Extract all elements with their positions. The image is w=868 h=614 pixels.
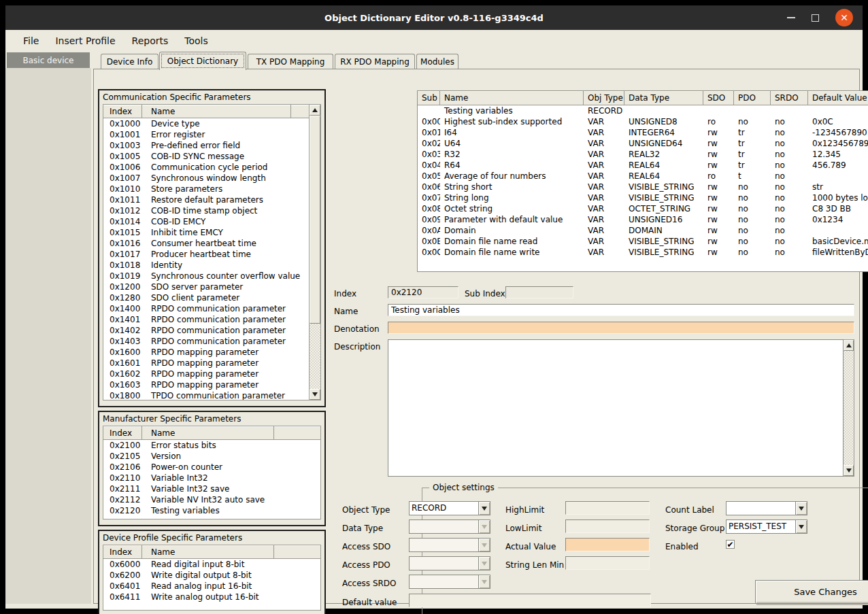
tab-object-dictionary[interactable]: Object Dictionary: [159, 52, 246, 70]
table-row[interactable]: 0x07 String long VAR VISIBLE_STRING rw n…: [418, 192, 868, 203]
list-item[interactable]: 0x6000Read digital input 8-bit: [103, 559, 320, 570]
description-scrollbar[interactable]: [844, 339, 854, 477]
table-row[interactable]: 0x00 Highest sub-index supported VAR UNS…: [418, 116, 868, 127]
table-row[interactable]: 0x06 String short VAR VISIBLE_STRING rw …: [418, 182, 868, 192]
actual-value-field[interactable]: [565, 538, 650, 551]
table-row[interactable]: 0x0A Domain VAR DOMAIN rw no no: [418, 225, 868, 236]
list-item[interactable]: 0x2100Error status bits: [103, 440, 320, 451]
list-item[interactable]: 0x2120Testing variables: [103, 505, 320, 516]
list-item[interactable]: 0x1403RPDO communication parameter: [103, 336, 309, 347]
list-item[interactable]: 0x2111Variable Int32 save: [103, 483, 320, 494]
tab-rx-pdo-mapping[interactable]: RX PDO Mapping: [335, 54, 415, 69]
column-header-name[interactable]: Name: [142, 426, 274, 439]
table-row[interactable]: Testing variables RECORD: [418, 105, 868, 116]
list-item[interactable]: 0x1012COB-ID time stamp object: [103, 205, 309, 216]
list-item[interactable]: 0x1017Producer heartbeat time: [103, 249, 309, 260]
chevron-down-icon[interactable]: [795, 502, 807, 515]
table-row[interactable]: 0x04 R64 VAR REAL64 rw tr no 456.789: [418, 160, 868, 171]
minimize-icon[interactable]: [787, 17, 795, 18]
column-header-index[interactable]: Index: [103, 105, 142, 118]
object-type-combobox[interactable]: RECORD: [409, 501, 490, 515]
column-header-data-type[interactable]: Data Type: [624, 91, 703, 105]
sidebar-item-basic-device[interactable]: Basic device: [7, 52, 90, 68]
chevron-down-icon[interactable]: [795, 520, 807, 533]
list-item[interactable]: 0x1007Synchronous window length: [103, 173, 309, 184]
list-item[interactable]: 0x2110Variable Int32: [103, 473, 320, 483]
column-header-index[interactable]: Index: [103, 426, 142, 439]
name-field[interactable]: Testing variables: [388, 304, 854, 316]
scroll-up-icon[interactable]: [310, 105, 320, 116]
column-header-name[interactable]: Name: [142, 105, 291, 118]
list-item[interactable]: 0x1005COB-ID SYNC message: [103, 151, 309, 162]
list-item[interactable]: 0x2112Variable NV Int32 auto save: [103, 494, 320, 505]
table-row[interactable]: 0x0B Domain file name read VAR VISIBLE_S…: [418, 236, 868, 247]
column-header-obj-type[interactable]: Obj Type: [584, 91, 624, 105]
list-item[interactable]: 0x1001Error register: [103, 129, 309, 140]
list-item[interactable]: 0x1003Pre-defined error field: [103, 140, 309, 151]
list-item[interactable]: 0x1600RPDO mapping parameter: [103, 347, 309, 358]
scroll-down-icon[interactable]: [310, 389, 320, 400]
column-header-name[interactable]: Name: [440, 91, 584, 105]
list-item[interactable]: 0x1016Consumer heartbeat time: [103, 238, 309, 249]
list-item[interactable]: 0x1400RPDO communication parameter: [103, 303, 309, 314]
table-row[interactable]: 0x02 U64 VAR UNSIGNED64 rw tr no 0x12345…: [418, 138, 868, 149]
list-item[interactable]: 0x1006Communication cycle period: [103, 162, 309, 173]
list-item[interactable]: 0x1602RPDO mapping parameter: [103, 369, 309, 379]
list-item[interactable]: 0x1401RPDO communication parameter: [103, 314, 309, 325]
enabled-checkbox[interactable]: ✔: [726, 540, 735, 549]
tab-modules[interactable]: Modules: [416, 54, 458, 69]
list-item[interactable]: 0x1018Identity: [103, 260, 309, 271]
description-field[interactable]: [388, 339, 844, 477]
count-label-combobox[interactable]: [726, 501, 807, 515]
column-header-sdo[interactable]: SDO: [703, 91, 734, 105]
communication-scrollbar[interactable]: [309, 105, 320, 400]
sub-index-field[interactable]: [505, 286, 573, 299]
close-icon[interactable]: ✕: [835, 9, 853, 27]
list-item[interactable]: 0x1601RPDO mapping parameter: [103, 358, 309, 369]
table-row[interactable]: 0x03 R32 VAR REAL32 rw tr no 12.345: [418, 149, 868, 160]
list-item[interactable]: 0x1200SDO server parameter: [103, 282, 309, 292]
index-field[interactable]: 0x2120: [388, 286, 458, 299]
scroll-down-icon[interactable]: [844, 465, 854, 476]
scrollbar-track[interactable]: [844, 351, 854, 465]
menu-item[interactable]: Reports: [124, 32, 177, 50]
list-item[interactable]: 0x1402RPDO communication parameter: [103, 325, 309, 336]
column-header-pdo[interactable]: PDO: [734, 91, 771, 105]
chevron-down-icon[interactable]: [478, 502, 490, 515]
column-header-index[interactable]: Index: [103, 545, 142, 558]
scroll-up-icon[interactable]: [844, 340, 854, 351]
denotation-field[interactable]: [388, 322, 854, 334]
list-item[interactable]: 0x1010Store parameters: [103, 184, 309, 194]
list-item[interactable]: 0x1015Inhibit time EMCY: [103, 227, 309, 238]
scrollbar-track[interactable]: [310, 116, 320, 389]
column-header-default-value[interactable]: Default Value: [808, 91, 868, 105]
list-item[interactable]: 0x1603RPDO mapping parameter: [103, 379, 309, 390]
list-item[interactable]: 0x6200Write digital output 8-bit: [103, 570, 320, 581]
save-changes-button[interactable]: Save Changes: [755, 580, 868, 604]
table-row[interactable]: 0x0C Domain file name write VAR VISIBLE_…: [418, 247, 868, 258]
list-item[interactable]: 0x1800TPDO communication parameter: [103, 390, 309, 400]
storage-group-combobox[interactable]: PERSIST_TEST: [726, 519, 807, 534]
menu-item[interactable]: File: [15, 32, 47, 50]
table-row[interactable]: 0x01 I64 VAR INTEGER64 rw tr no -1234567…: [418, 127, 868, 138]
table-row[interactable]: 0x09 Parameter with default value VAR UN…: [418, 214, 868, 225]
list-item[interactable]: 0x6401Read analog input 16-bit: [103, 581, 320, 592]
table-row[interactable]: 0x08 Octet string VAR OCTET_STRING rw no…: [418, 203, 868, 214]
tab-tx-pdo-mapping[interactable]: TX PDO Mapping: [248, 54, 333, 69]
column-header-srdo[interactable]: SRDO: [771, 91, 808, 105]
menu-item[interactable]: Tools: [176, 32, 216, 50]
list-item[interactable]: 0x1280SDO client parameter: [103, 292, 309, 303]
menu-item[interactable]: Insert Profile: [47, 32, 123, 50]
list-item[interactable]: 0x1014COB-ID EMCY: [103, 216, 309, 227]
list-item[interactable]: 0x2106Power-on counter: [103, 462, 320, 473]
list-item[interactable]: 0x1000Device type: [103, 118, 309, 129]
column-header-sub[interactable]: Sub: [418, 91, 440, 105]
list-item[interactable]: 0x1011Restore default parameters: [103, 194, 309, 205]
table-row[interactable]: 0x05 Average of four numbers VAR REAL64 …: [418, 171, 868, 182]
column-header-name[interactable]: Name: [142, 545, 274, 558]
maximize-icon[interactable]: [812, 14, 819, 22]
list-item[interactable]: 0x6411Write analog output 16-bit: [103, 592, 320, 602]
tab-device-info[interactable]: Device Info: [101, 54, 158, 69]
scrollbar-thumb[interactable]: [310, 116, 320, 324]
list-item[interactable]: 0x1019Synchronous counter overflow value: [103, 271, 309, 282]
